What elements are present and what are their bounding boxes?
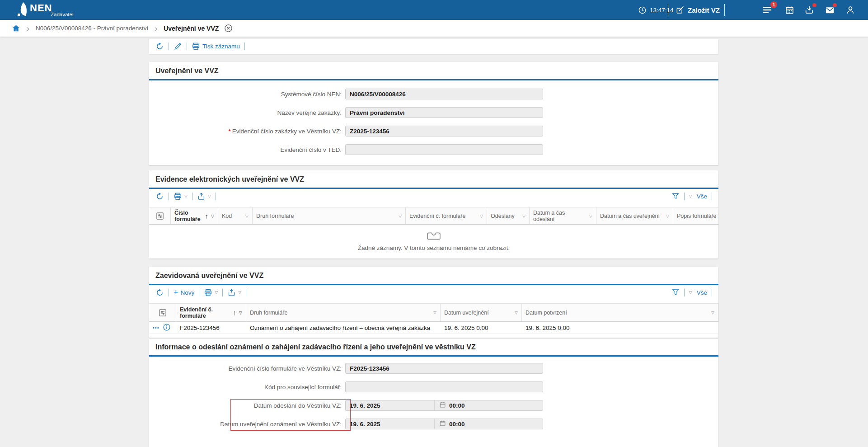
col-druh-formulare[interactable]: Druh formuláře▽ [246, 304, 441, 321]
column-settings-button[interactable] [149, 304, 176, 321]
print-list-button[interactable]: ▽ [204, 288, 218, 297]
table-row[interactable]: ••• F2025-123456 Oznámení o zahájení zad… [149, 322, 718, 334]
logo-text[interactable]: NEN [30, 2, 52, 14]
toolbar-divider [222, 289, 223, 296]
sort-asc-icon: ↑ [233, 310, 237, 316]
mail-icon [825, 5, 835, 15]
section-rule [149, 355, 718, 357]
filter-dropdown-icon[interactable]: ▽ [478, 213, 483, 219]
col-kod[interactable]: Kód▽ [218, 207, 253, 224]
compose-icon [676, 5, 685, 14]
print-record-button[interactable]: Tisk záznamu [192, 42, 240, 51]
refresh-button[interactable] [155, 192, 164, 201]
filter-dropdown-icon[interactable]: ▽ [664, 213, 669, 219]
home-icon[interactable] [12, 24, 20, 33]
export-button[interactable]: ▽ [197, 192, 211, 201]
calendar-small-icon[interactable] [439, 420, 446, 428]
vvz-record-number-input[interactable]: Z2025-123456 [345, 126, 543, 136]
vvz-form-number-input[interactable]: F2025-123456 [345, 363, 543, 374]
edit-button[interactable] [174, 42, 182, 51]
print-list-button[interactable]: ▽ [174, 192, 188, 201]
topbar-divider [668, 4, 668, 16]
calendar-small-icon[interactable] [439, 401, 446, 409]
messages-alert-dot [833, 3, 837, 7]
clock-icon [638, 6, 647, 14]
sent-date-input[interactable]: 19. 6. 2025 00:00 [345, 400, 543, 411]
view-all-link[interactable]: Vše [697, 193, 707, 200]
filter-dropdown-icon[interactable]: ▽ [521, 213, 525, 219]
print-dropdown-icon[interactable]: ▽ [215, 290, 218, 295]
col-datum-cas-odeslani[interactable]: Datum a čas odeslání▽ [530, 207, 596, 224]
field-label: Kód pro související formulář: [149, 384, 342, 391]
refresh-button[interactable] [155, 288, 164, 297]
col-datum-uverejneni[interactable]: Datum uveřejnění▽ [441, 304, 522, 321]
toolbar-divider [684, 289, 685, 296]
col-cislo-formulare[interactable]: Číslo formuláře↑▽ [171, 207, 218, 224]
info-icon[interactable] [163, 324, 170, 332]
empty-state-text: Žádné záznamy. V tomto seznamu nemáme co… [358, 245, 510, 251]
breadcrumb-current[interactable]: Uveřejnění ve VVZ [164, 25, 219, 32]
empty-tray-icon [427, 232, 441, 242]
ted-record-number-input[interactable] [345, 144, 543, 155]
section-rule [149, 79, 718, 80]
downloads-button[interactable] [800, 0, 818, 20]
toolbar-divider [169, 42, 169, 50]
filter-dropdown-icon[interactable]: ▽ [244, 213, 249, 219]
user-button[interactable] [841, 0, 859, 20]
nen-system-number-input[interactable]: N006/25/V00008426 [345, 89, 543, 99]
related-form-code-input[interactable] [345, 381, 543, 392]
menu-badge: 1 [770, 1, 777, 8]
chevron-right-icon: › [155, 24, 157, 33]
contract-name-input[interactable]: Právní poradenství [345, 107, 543, 118]
nen-logo-icon[interactable] [17, 2, 28, 19]
section-title: Uveřejnění ve VVZ [149, 62, 718, 75]
calendar-button[interactable] [780, 0, 798, 20]
row-actions-icon[interactable]: ••• [153, 325, 160, 330]
column-settings-button[interactable] [149, 207, 171, 224]
chevron-right-icon: › [27, 24, 29, 33]
export-button[interactable]: ▽ [227, 288, 241, 297]
page: NEN Zadavatel 13:47:14 Založit VZ 1 [0, 0, 868, 447]
toolbar-divider [187, 42, 187, 50]
toolbar-divider [199, 289, 199, 296]
section-publication: Uveřejnění ve VVZ Systémové číslo NEN: N… [149, 62, 718, 165]
filter-dropdown-icon[interactable]: ▽ [587, 213, 592, 219]
filter-dropdown-icon[interactable]: ▽ [237, 310, 242, 316]
filter-dropdown-icon[interactable]: ▽ [432, 310, 436, 316]
refresh-button[interactable] [155, 42, 164, 51]
view-all-link[interactable]: Vše [697, 289, 707, 296]
view-dropdown-icon[interactable]: ▽ [689, 290, 692, 295]
export-dropdown-icon[interactable]: ▽ [238, 290, 241, 295]
field-label: Systémové číslo NEN: [149, 91, 342, 98]
create-vz-button[interactable]: Založit VZ [676, 0, 720, 20]
published-date-input[interactable]: 19. 6. 2025 00:00 [345, 419, 543, 429]
cell-form-id: F2025-123456 [176, 325, 246, 331]
field-label: Datum odeslání do Věstníku VZ: [149, 402, 342, 409]
empty-state: Žádné záznamy. V tomto seznamu nemáme co… [149, 232, 718, 251]
view-dropdown-icon[interactable]: ▽ [689, 194, 692, 198]
toolbar-divider [192, 193, 192, 200]
close-tab-icon[interactable] [224, 24, 233, 33]
export-dropdown-icon[interactable]: ▽ [208, 194, 211, 198]
filter-button[interactable] [671, 288, 680, 296]
col-druh-formulare[interactable]: Druh formuláře▽ [253, 207, 406, 224]
cell-confirmed-date: 19. 6. 2025 0:00 [522, 325, 718, 331]
cell-form-type: Oznámení o zahájení zadávacího řízení – … [246, 325, 441, 331]
filter-dropdown-icon[interactable]: ▽ [209, 213, 214, 219]
print-dropdown-icon[interactable]: ▽ [184, 194, 188, 198]
col-evidencni-c-formulare[interactable]: Evidenční č. formuláře▽ [406, 207, 487, 224]
col-evidencni-c-formulare[interactable]: Evidenční č. formuláře↑▽ [176, 304, 246, 321]
col-popis-formulare[interactable]: Popis formuláře [673, 207, 718, 224]
user-icon [845, 5, 855, 15]
breadcrumb-procurement[interactable]: N006/25/V00008426 - Právní poradenství [36, 25, 148, 32]
new-button[interactable]: + Nový [174, 288, 194, 296]
menu-button[interactable]: 1 [758, 0, 776, 20]
col-datum-cas-uverejneni[interactable]: Datum a čas uveřejnění▽ [596, 207, 673, 224]
messages-button[interactable] [821, 0, 839, 20]
filter-dropdown-icon[interactable]: ▽ [709, 310, 714, 316]
col-odeslany[interactable]: Odeslaný▽ [487, 207, 530, 224]
filter-button[interactable] [671, 192, 680, 200]
filter-dropdown-icon[interactable]: ▽ [513, 310, 518, 316]
col-datum-potvrzeni[interactable]: Datum potvrzení▽ [522, 304, 718, 321]
filter-dropdown-icon[interactable]: ▽ [397, 213, 402, 219]
